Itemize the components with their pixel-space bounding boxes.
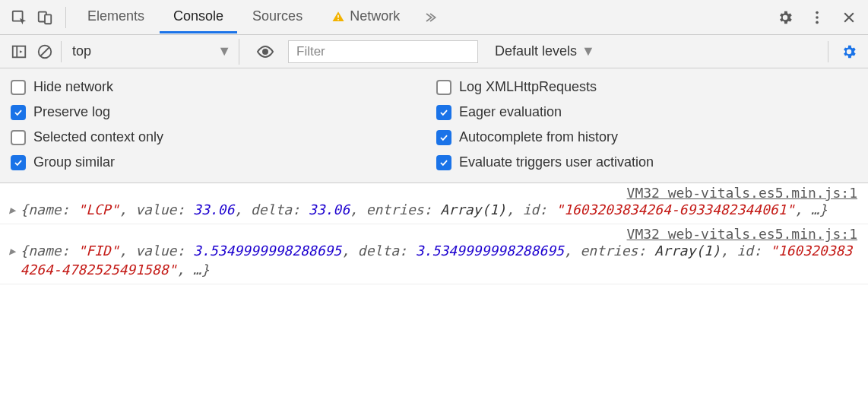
- expand-triangle-icon[interactable]: ▶: [9, 204, 15, 216]
- devtools-top-toolbar: Elements Console Sources Network: [0, 0, 868, 35]
- checkbox-checked-icon: [11, 105, 26, 120]
- setting-label: Group similar: [33, 154, 115, 170]
- svg-rect-3: [337, 14, 339, 17]
- console-settings-panel: Hide network Log XMLHttpRequests Preserv…: [0, 68, 868, 183]
- settings-gear-icon[interactable]: [772, 5, 798, 30]
- setting-label: Hide network: [33, 79, 113, 95]
- tab-elements[interactable]: Elements: [74, 1, 158, 33]
- checkbox-checked-icon: [436, 130, 451, 145]
- device-toggle-icon[interactable]: [32, 5, 58, 30]
- checkbox-checked-icon: [436, 105, 451, 120]
- tab-label: Sources: [252, 8, 303, 24]
- expand-triangle-icon[interactable]: ▶: [9, 245, 15, 257]
- setting-autocomplete-history[interactable]: Autocomplete from history: [436, 129, 618, 145]
- checkbox-unchecked-icon: [11, 130, 26, 145]
- setting-preserve-log[interactable]: Preserve log: [11, 104, 436, 120]
- setting-label: Preserve log: [33, 104, 110, 120]
- svg-rect-8: [13, 46, 26, 57]
- setting-selected-context[interactable]: Selected context only: [11, 129, 436, 145]
- setting-label: Log XMLHttpRequests: [459, 79, 597, 95]
- setting-label: Autocomplete from history: [459, 129, 618, 145]
- top-right-controls: [772, 5, 862, 30]
- console-log: VM32 web-vitals.es5.min.js:1 ▶ {name: "L…: [0, 183, 868, 284]
- filter-input[interactable]: [288, 40, 478, 63]
- context-select[interactable]: top ▼: [65, 39, 239, 65]
- live-expression-icon[interactable]: [250, 43, 280, 61]
- log-entry: VM32 web-vitals.es5.min.js:1 ▶ {name: "L…: [0, 183, 868, 224]
- tab-console[interactable]: Console: [160, 1, 237, 33]
- svg-point-5: [816, 11, 819, 14]
- checkbox-checked-icon: [11, 155, 26, 170]
- setting-group-similar[interactable]: Group similar: [11, 154, 436, 170]
- toggle-sidebar-icon[interactable]: [6, 39, 32, 65]
- more-options-icon[interactable]: [804, 5, 830, 30]
- clear-console-icon[interactable]: [32, 39, 58, 65]
- log-source-link[interactable]: VM32 web-vitals.es5.min.js:1: [0, 185, 868, 201]
- log-source-link[interactable]: VM32 web-vitals.es5.min.js:1: [0, 226, 868, 242]
- caret-down-icon: ▼: [581, 43, 595, 59]
- setting-log-xhr[interactable]: Log XMLHttpRequests: [436, 79, 597, 95]
- devtools-tabs: Elements Console Sources Network: [74, 1, 445, 33]
- svg-point-6: [816, 16, 819, 19]
- svg-rect-2: [45, 14, 51, 24]
- separator: [61, 41, 62, 62]
- tab-label: Network: [350, 8, 400, 24]
- warning-icon: [331, 10, 345, 24]
- log-levels-select[interactable]: Default levels ▼: [486, 43, 604, 59]
- tab-network[interactable]: Network: [318, 1, 413, 33]
- separator: [828, 41, 828, 62]
- tab-label: Elements: [87, 8, 144, 24]
- checkbox-unchecked-icon: [436, 80, 451, 95]
- console-settings-gear-icon[interactable]: [836, 39, 862, 65]
- tab-sources[interactable]: Sources: [239, 1, 316, 33]
- setting-eager-eval[interactable]: Eager evaluation: [436, 104, 562, 120]
- checkbox-checked-icon: [436, 155, 451, 170]
- setting-label: Eager evaluation: [459, 104, 562, 120]
- inspect-element-icon[interactable]: [6, 5, 32, 30]
- separator: [65, 7, 66, 28]
- more-tabs-icon[interactable]: [415, 10, 445, 25]
- log-levels-label: Default levels: [495, 43, 577, 59]
- close-icon[interactable]: [836, 5, 862, 30]
- log-entry: VM32 web-vitals.es5.min.js:1 ▶ {name: "F…: [0, 224, 868, 284]
- svg-point-10: [263, 49, 268, 54]
- tab-label: Console: [173, 8, 223, 24]
- setting-hide-network[interactable]: Hide network: [11, 79, 436, 95]
- console-toolbar: top ▼ Default levels ▼: [0, 35, 868, 68]
- setting-label: Selected context only: [33, 129, 163, 145]
- checkbox-unchecked-icon: [11, 80, 26, 95]
- svg-point-7: [816, 21, 819, 24]
- svg-rect-4: [337, 19, 339, 21]
- setting-label: Evaluate triggers user activation: [459, 154, 654, 170]
- log-object[interactable]: {name: "FID", value: 3.5349999998288695,…: [20, 242, 860, 279]
- context-select-label: top: [72, 43, 91, 59]
- setting-evaluate-triggers[interactable]: Evaluate triggers user activation: [436, 154, 654, 170]
- log-object[interactable]: {name: "LCP", value: 33.06, delta: 33.06…: [20, 201, 827, 219]
- caret-down-icon: ▼: [217, 43, 231, 59]
